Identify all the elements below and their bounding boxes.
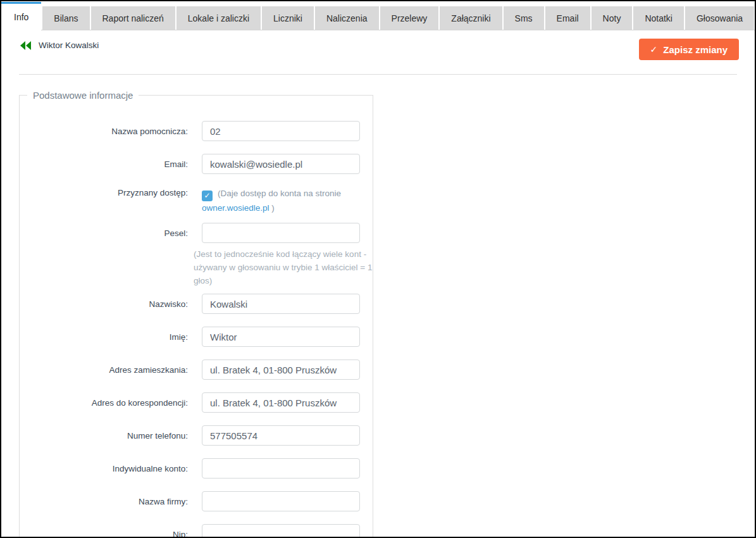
nazwa-pomocnicza-input[interactable] [202,121,360,141]
nip-input[interactable] [202,524,360,538]
numer-telefonu-label: Numer telefonu: [20,431,202,441]
tab-bar: Info Bilans Raport naliczeń Lokale i zal… [1,1,755,30]
tab-sms[interactable]: Sms [504,6,544,30]
save-button-label: Zapisz zmiany [663,44,728,55]
pesel-hint: (Jest to jednocześnie kod łączący wiele … [194,247,374,287]
access-note-text: (Daje dostęp do konta na stronie [218,189,341,198]
pesel-label: Pesel: [20,223,202,238]
form-row-przyznany-dostep: Przyznany dostęp: ✓(Daje dostęp do konta… [20,187,373,215]
tab-glosowania[interactable]: Głosowania [685,6,754,30]
imie-input[interactable] [202,327,360,347]
nazwa-firmy-label: Nazwa firmy: [20,497,202,506]
nazwa-firmy-input[interactable] [202,491,360,511]
tab-notatki[interactable]: Notatki [633,6,684,30]
form-row-adres-zamieszkania: Adres zamieszkania: [20,360,373,380]
app-window: { "colors": { "accent_orange": "#f8683c"… [0,0,756,538]
tab-info[interactable]: Info [1,2,41,30]
form-row-pesel: Pesel: (Jest to jednocześnie kod łączący… [20,223,373,287]
adres-korespondencji-label: Adres do korespondencji: [20,398,202,408]
email-label: Email: [20,160,202,169]
tab-email[interactable]: Email [545,6,590,30]
check-icon: ✓ [650,44,658,54]
adres-korespondencji-input[interactable] [202,392,360,413]
owner-portal-link[interactable]: owner.wosiedle.pl [202,203,270,213]
tab-lokale-i-zaliczki[interactable]: Lokale i zaliczki [177,6,261,30]
form-row-email: Email: [20,154,373,174]
tab-noty[interactable]: Noty [592,6,633,30]
form-row-nazwa-firmy: Nazwa firmy: [20,491,373,511]
nazwisko-label: Nazwisko: [20,299,202,309]
fieldset-legend: Podstawowe informacje [27,90,139,101]
form-row-nip: Nip: [20,524,373,538]
save-changes-button[interactable]: ✓ Zapisz zmiany [639,39,739,60]
form-row-nazwisko: Nazwisko: [20,294,373,314]
adres-zamieszkania-label: Adres zamieszkania: [20,365,202,375]
form-row-nazwa-pomocnicza: Nazwa pomocnicza: [20,121,373,141]
tab-bilans[interactable]: Bilans [42,6,89,30]
back-rewind-icon[interactable] [20,41,31,50]
nazwisko-input[interactable] [202,294,360,314]
przyznany-dostep-checkbox[interactable]: ✓ [202,191,213,201]
form-row-adres-korespondencji: Adres do korespondencji: [20,392,373,413]
imie-label: Imię: [20,332,202,342]
tab-naliczenia[interactable]: Naliczenia [315,6,379,30]
user-group: Wiktor Kowalski [20,41,99,50]
basic-info-fieldset: Podstawowe informacje Nazwa pomocnicza: … [19,90,373,538]
page-header: Wiktor Kowalski ✓ Zapisz zmiany [1,30,755,74]
numer-telefonu-input[interactable] [202,425,360,446]
przyznany-dostep-label: Przyznany dostęp: [20,187,202,197]
pesel-input[interactable] [202,223,360,243]
access-note-close: ) [270,203,275,213]
tab-liczniki[interactable]: Liczniki [262,6,314,30]
email-input[interactable] [202,154,360,174]
nip-label: Nip: [20,530,202,538]
nazwa-pomocnicza-label: Nazwa pomocnicza: [20,127,202,136]
tab-przelewy[interactable]: Przelewy [380,6,439,30]
form-row-numer-telefonu: Numer telefonu: [20,425,373,446]
tab-raport-naliczen[interactable]: Raport naliczeń [91,6,175,30]
form-row-indywidualne-konto: Indywidualne konto: [20,458,373,479]
adres-zamieszkania-input[interactable] [202,360,360,380]
header-divider [19,74,737,75]
indywidualne-konto-label: Indywidualne konto: [20,464,202,473]
page-title-user-name: Wiktor Kowalski [39,41,99,50]
tab-zalaczniki[interactable]: Załączniki [440,6,502,30]
indywidualne-konto-input[interactable] [202,458,360,479]
form-row-imie: Imię: [20,327,373,347]
